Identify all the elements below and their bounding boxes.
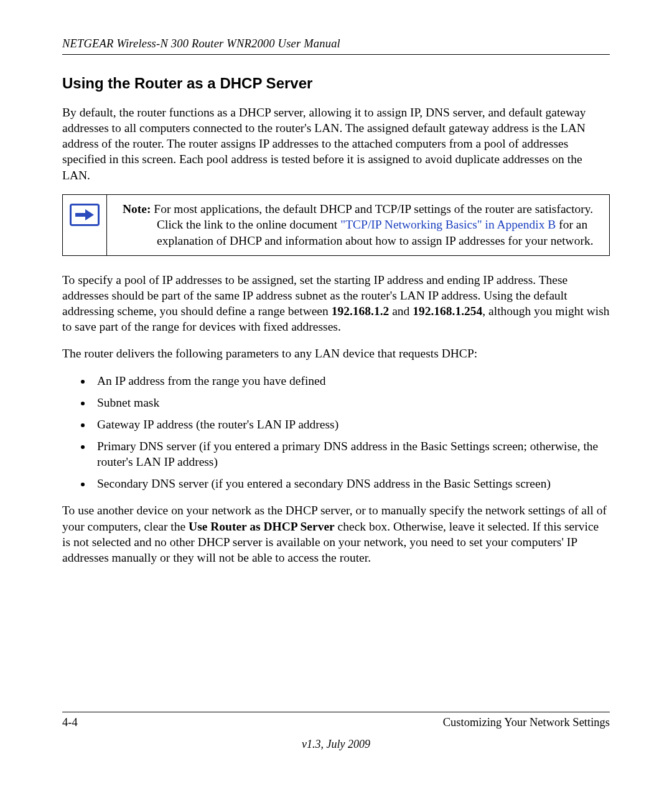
list-item: Primary DNS server (if you entered a pri… xyxy=(92,438,610,470)
dhcp-params-list: An IP address from the range you have de… xyxy=(62,373,610,492)
list-item: Gateway IP address (the router's LAN IP … xyxy=(92,417,610,432)
list-item: Secondary DNS server (if you entered a s… xyxy=(92,476,610,491)
pool-start-ip: 192.168.1.2 xyxy=(332,304,390,318)
arrow-right-icon xyxy=(70,204,100,226)
list-item: Subnet mask xyxy=(92,395,610,410)
note-box: Note: For most applications, the default… xyxy=(62,194,610,256)
pool-mid: and xyxy=(389,304,413,318)
delivers-intro: The router delivers the following parame… xyxy=(62,346,610,361)
checkbox-name: Use Router as DHCP Server xyxy=(189,520,335,533)
page-footer: 4-4 Customizing Your Network Settings v1… xyxy=(62,712,610,751)
list-item: An IP address from the range you have de… xyxy=(92,373,610,389)
tcpip-link[interactable]: "TCP/IP Networking Basics" in Appendix B xyxy=(340,218,556,231)
note-text: Note: For most applications, the default… xyxy=(107,195,609,255)
section-heading: Using the Router as a DHCP Server xyxy=(62,75,610,92)
note-icon-cell xyxy=(63,195,107,255)
page-number: 4-4 xyxy=(62,716,78,729)
pool-paragraph: To specify a pool of IP addresses to be … xyxy=(62,272,610,335)
intro-paragraph: By default, the router functions as a DH… xyxy=(62,105,610,183)
pool-end-ip: 192.168.1.254 xyxy=(413,304,482,318)
note-label: Note: xyxy=(123,202,151,215)
chapter-title: Customizing Your Network Settings xyxy=(443,716,610,729)
manual-header: NETGEAR Wireless-N 300 Router WNR2000 Us… xyxy=(62,37,610,55)
version-date: v1.3, July 2009 xyxy=(62,738,610,751)
other-device-paragraph: To use another device on your network as… xyxy=(62,503,610,565)
